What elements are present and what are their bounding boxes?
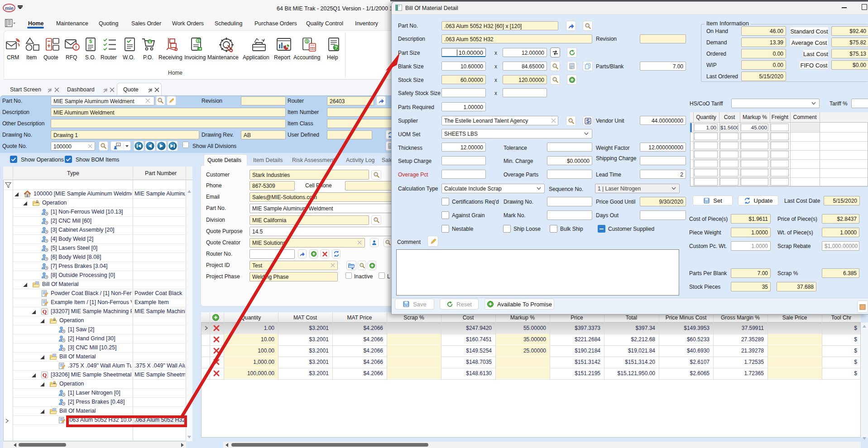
svg-text:x: x <box>118 143 119 146</box>
svg-text:$: $ <box>197 38 200 43</box>
svg-text:$: $ <box>89 38 92 44</box>
svg-text:?: ? <box>335 45 337 50</box>
svg-text:mie: mie <box>5 5 14 11</box>
svg-text:!: ! <box>75 45 77 50</box>
svg-text:$: $ <box>306 39 308 43</box>
svg-text:$: $ <box>149 40 151 44</box>
